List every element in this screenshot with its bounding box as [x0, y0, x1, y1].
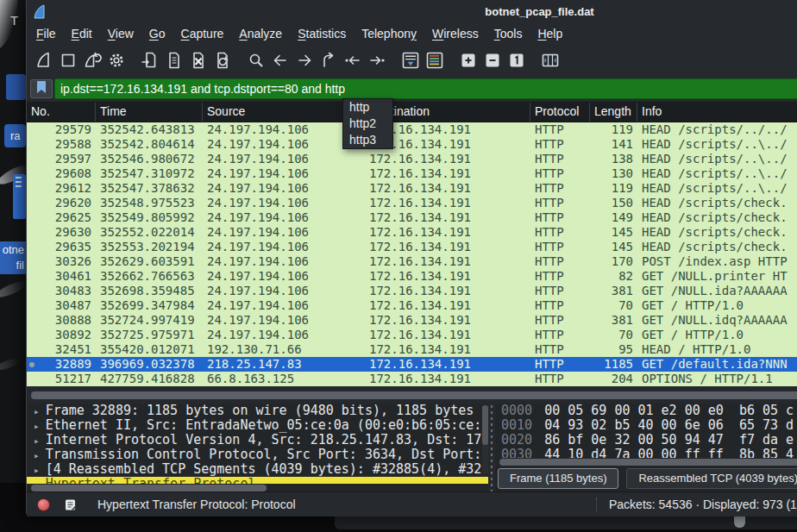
column-header-length[interactable]: Length [590, 103, 637, 122]
titlebar[interactable]: botnet_pcap_file.dat [27, 0, 797, 22]
colorize-icon[interactable] [424, 48, 446, 72]
go-first-packet-icon[interactable] [342, 48, 364, 72]
packet-list-hscrollbar[interactable] [27, 386, 797, 404]
packet-row-30483[interactable]: 30483352698.35948524.197.194.106172.16.1… [27, 284, 797, 298]
packet-row-32889[interactable]: 32889396969.032378218.25.147.83172.16.13… [27, 357, 797, 372]
menu-help[interactable]: Help [530, 22, 570, 45]
display-filter-input[interactable] [54, 78, 797, 99]
save-file-icon[interactable] [163, 48, 185, 72]
hex-row[interactable]: 000000 05 69 00 01 e2 00 e0 b6 05 c [501, 404, 797, 418]
detail-row[interactable]: ▸Hypertext Transfer Protocol [27, 477, 488, 484]
start-capture-icon[interactable] [33, 48, 55, 72]
expander-icon[interactable]: ▸ [34, 435, 40, 447]
packet-row-30888[interactable]: 30888352724.99741924.197.194.106172.16.1… [27, 313, 797, 328]
packet-row-29620[interactable]: 29620352548.97552324.197.194.106172.16.1… [27, 196, 797, 210]
zoom-100-icon[interactable] [505, 48, 528, 72]
menu-wireless[interactable]: Wireless [424, 22, 486, 45]
detail-row[interactable]: ▸Transmission Control Protocol, Src Port… [34, 448, 488, 462]
zoom-out-icon[interactable] [481, 48, 504, 72]
column-header-info[interactable]: Info [637, 103, 797, 122]
column-header-time[interactable]: Time [96, 103, 203, 122]
menu-statistics[interactable]: Statistics [290, 22, 354, 45]
restart-capture-icon[interactable] [81, 48, 104, 72]
desktop-icon-label-botnet-file[interactable]: otnefil [0, 241, 26, 274]
go-forward-icon[interactable] [293, 48, 316, 72]
cell: 352548.975523 [96, 196, 203, 210]
hex-row[interactable]: 002086 bf 0e 32 00 50 94 47 f7 da e [501, 433, 797, 448]
go-last-packet-icon[interactable] [366, 48, 388, 72]
desktop-file-icon[interactable] [13, 174, 26, 219]
packet-row-29630[interactable]: 29630352552.02201424.197.194.106172.16.1… [27, 225, 797, 240]
expander-icon[interactable]: ▸ [34, 465, 40, 476]
packet-row-29579[interactable]: 29579352542.64381324.197.194.106172.16.1… [27, 122, 797, 137]
cell: 30483 [27, 284, 96, 298]
autocomplete-item-http[interactable]: http [343, 99, 392, 116]
packet-row-30892[interactable]: 30892352725.97597124.197.194.106172.16.1… [27, 328, 797, 342]
menu-edit[interactable]: Edit [64, 22, 100, 45]
expander-icon[interactable]: ▸ [34, 450, 40, 461]
resize-columns-icon[interactable] [539, 48, 562, 72]
packet-row-32451[interactable]: 32451355420.012071192.130.71.66172.16.13… [27, 342, 797, 357]
cell: 24.197.194.106 [203, 181, 365, 196]
expert-info-icon[interactable] [37, 498, 50, 511]
menu-telephony[interactable]: Telephony [354, 22, 424, 45]
cell: 30888 [27, 313, 96, 328]
detail-row[interactable]: ▸Ethernet II, Src: EntradaNetwo_05:ce:0a… [34, 418, 488, 433]
column-header-protocol[interactable]: Protocol [530, 103, 590, 122]
go-back-icon[interactable] [269, 48, 292, 72]
details-vscrollbar[interactable] [482, 405, 488, 474]
cell: 24.197.194.106 [203, 284, 365, 298]
packet-row-29588[interactable]: 29588352542.80461424.197.194.106172.16.1… [27, 137, 797, 152]
autocomplete-item-http2[interactable]: http2 [343, 116, 392, 132]
menu-file[interactable]: File [28, 22, 64, 45]
details-hscrollbar[interactable] [27, 484, 488, 491]
packet-row-51217[interactable]: 51217427759.41682866.8.163.125172.16.134… [27, 372, 797, 386]
desktop-icon[interactable] [6, 74, 26, 100]
reload-file-icon[interactable] [211, 48, 234, 72]
packet-row-30326[interactable]: 30326352629.60359124.197.194.106172.16.1… [27, 254, 797, 269]
menu-capture[interactable]: Capture [173, 22, 232, 45]
cell: 141 [590, 137, 637, 152]
capture-options-icon[interactable] [105, 48, 128, 72]
cell: 427759.416828 [96, 372, 203, 386]
hex-offset: 0010 [501, 417, 532, 433]
packet-row-30487[interactable]: 30487352699.34798424.197.194.106172.16.1… [27, 298, 797, 313]
column-header-source[interactable]: Source [203, 103, 365, 122]
find-packet-icon[interactable] [245, 48, 267, 72]
menu-tools[interactable]: Tools [486, 22, 530, 45]
filter-bookmark-button[interactable] [30, 79, 53, 98]
packet-row-29612[interactable]: 29612352547.37863224.197.194.106172.16.1… [27, 181, 797, 196]
bytes-hscrollbar[interactable] [495, 458, 797, 466]
cell: HTTP [530, 196, 590, 210]
detail-row[interactable]: ▸Frame 32889: 1185 bytes on wire (9480 b… [34, 404, 488, 418]
stop-capture-icon[interactable] [57, 48, 79, 72]
packet-row-30461[interactable]: 30461352662.76656324.197.194.106172.16.1… [27, 269, 797, 284]
bytes-tab-reassembled[interactable]: Reassembled TCP (4039 bytes) [626, 468, 797, 489]
zoom-in-icon[interactable] [457, 48, 480, 72]
auto-scroll-icon[interactable] [399, 48, 422, 72]
pane-splitter[interactable] [488, 404, 495, 491]
packet-row-29625[interactable]: 29625352549.80599224.197.194.106172.16.1… [27, 210, 797, 225]
go-to-packet-icon[interactable] [317, 48, 340, 72]
packet-row-29635[interactable]: 29635352553.20219424.197.194.106172.16.1… [27, 240, 797, 254]
bytes-tab-frame[interactable]: Frame (1185 bytes) [498, 468, 618, 489]
expander-icon[interactable]: ▸ [34, 406, 40, 417]
desktop-icon-label-ra[interactable]: ra [4, 124, 26, 147]
autocomplete-item-http3[interactable]: http3 [343, 132, 392, 148]
open-file-icon[interactable] [139, 48, 161, 72]
packet-row-29608[interactable]: 29608352547.31097224.197.194.106172.16.1… [27, 166, 797, 181]
cell: 172.16.134.191 [365, 225, 530, 240]
menu-go[interactable]: Go [141, 22, 173, 45]
expander-icon[interactable]: ▸ [34, 479, 40, 484]
detail-row[interactable]: ▸Internet Protocol Version 4, Src: 218.2… [34, 433, 488, 448]
column-header-no[interactable]: No. [27, 103, 96, 122]
expander-icon[interactable]: ▸ [34, 421, 40, 432]
hex-row[interactable]: 003044 10 d4 7a 00 00 ff ff 8b 85 4 [501, 448, 797, 458]
menu-analyze[interactable]: Analyze [231, 22, 290, 45]
packet-row-29597[interactable]: 29597352546.98067224.197.194.106172.16.1… [27, 152, 797, 166]
detail-row[interactable]: ▸[4 Reassembled TCP Segments (4039 bytes… [34, 462, 488, 477]
menu-view[interactable]: View [100, 22, 141, 45]
capture-comments-icon[interactable] [65, 498, 77, 511]
hex-row[interactable]: 001004 93 02 b5 40 00 6e 06 65 73 d [501, 418, 797, 433]
close-file-icon[interactable] [187, 48, 210, 72]
